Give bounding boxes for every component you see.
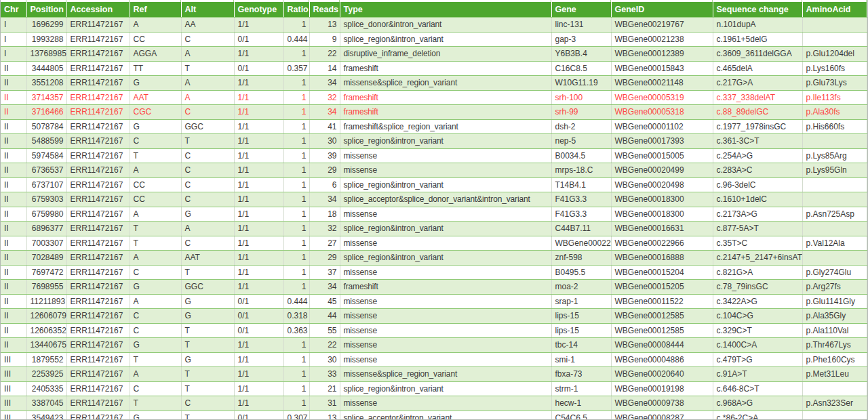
cell-chr[interactable]: II bbox=[1, 207, 26, 222]
cell-gene[interactable]: gap-3 bbox=[551, 32, 611, 47]
cell-type[interactable]: missense bbox=[340, 396, 551, 411]
cell-type[interactable]: splice_region&intron_variant bbox=[340, 177, 551, 192]
cell-seqchange[interactable]: c.91A>T bbox=[713, 367, 802, 382]
cell-aminoacid[interactable]: p.Lys95Gln bbox=[802, 163, 867, 178]
cell-ratio[interactable]: 1 bbox=[283, 236, 309, 251]
cell-gene[interactable]: C16C8.5 bbox=[551, 61, 611, 76]
cell-alt[interactable]: C bbox=[181, 396, 234, 411]
cell-position[interactable]: 1993288 bbox=[26, 32, 66, 47]
cell-position[interactable]: 12606079 bbox=[26, 309, 66, 324]
cell-ref[interactable]: TT bbox=[130, 61, 181, 76]
cell-genotype[interactable]: 0/1 bbox=[234, 411, 283, 420]
cell-alt[interactable]: G bbox=[181, 352, 234, 367]
cell-type[interactable]: missense bbox=[340, 294, 551, 309]
cell-aminoacid[interactable]: p.His660fs bbox=[802, 119, 867, 134]
cell-ratio[interactable]: 1 bbox=[283, 207, 309, 222]
cell-chr[interactable]: III bbox=[1, 367, 26, 382]
cell-seqchange[interactable]: c.35T>C bbox=[713, 236, 802, 251]
cell-alt[interactable]: T bbox=[181, 411, 234, 420]
cell-chr[interactable]: II bbox=[1, 323, 26, 338]
cell-geneid[interactable]: WBGene00016631 bbox=[611, 222, 713, 236]
cell-position[interactable]: 13768985 bbox=[26, 47, 66, 62]
cell-gene[interactable]: znf-598 bbox=[551, 251, 611, 266]
cell-aminoacid[interactable] bbox=[802, 381, 867, 396]
cell-seqchange[interactable]: c.217G>A bbox=[713, 76, 802, 91]
cell-alt[interactable]: C bbox=[181, 163, 234, 178]
cell-accession[interactable]: ERR11472167 bbox=[66, 105, 130, 120]
cell-alt[interactable]: AA bbox=[181, 18, 234, 33]
cell-gene[interactable]: lips-15 bbox=[551, 309, 611, 324]
cell-geneid[interactable]: WBGene00219767 bbox=[611, 18, 713, 33]
cell-gene[interactable]: linc-131 bbox=[551, 18, 611, 33]
cell-ref[interactable]: CC bbox=[130, 192, 181, 207]
cell-alt[interactable]: G bbox=[181, 294, 234, 309]
column-header-type[interactable]: Type bbox=[340, 2, 551, 18]
column-header-aminoacid[interactable]: AminoAcid bbox=[802, 2, 867, 18]
cell-chr[interactable]: II bbox=[1, 192, 26, 207]
cell-genotype[interactable]: 1/1 bbox=[234, 148, 283, 163]
cell-ratio[interactable]: 1 bbox=[283, 381, 309, 396]
cell-aminoacid[interactable]: p.Glu1141Gly bbox=[802, 294, 867, 309]
cell-geneid[interactable]: WBGene00017393 bbox=[611, 134, 713, 149]
cell-genotype[interactable]: 1/1 bbox=[234, 119, 283, 134]
cell-seqchange[interactable]: c.479T>G bbox=[713, 352, 802, 367]
cell-type[interactable]: splice_donor&intron_variant bbox=[340, 18, 551, 33]
cell-ref[interactable]: G bbox=[130, 119, 181, 134]
cell-alt[interactable]: C bbox=[181, 148, 234, 163]
cell-position[interactable]: 6737107 bbox=[26, 177, 66, 192]
cell-position[interactable]: 5078784 bbox=[26, 119, 66, 134]
cell-position[interactable]: 2405335 bbox=[26, 381, 66, 396]
cell-ref[interactable]: T bbox=[130, 396, 181, 411]
cell-reads[interactable]: 6 bbox=[309, 177, 340, 192]
cell-aminoacid[interactable]: p.Ala35Gly bbox=[802, 309, 867, 324]
cell-aminoacid[interactable] bbox=[802, 192, 867, 207]
cell-position[interactable]: 3387045 bbox=[26, 396, 66, 411]
cell-accession[interactable]: ERR11472167 bbox=[66, 352, 130, 367]
cell-gene[interactable]: tbc-14 bbox=[551, 338, 611, 353]
cell-type[interactable]: splice_region&intron_variant bbox=[340, 32, 551, 47]
cell-chr[interactable]: II bbox=[1, 222, 26, 236]
cell-genotype[interactable]: 1/1 bbox=[234, 280, 283, 295]
cell-alt[interactable]: C bbox=[181, 236, 234, 251]
cell-position[interactable]: 7698955 bbox=[26, 280, 66, 295]
cell-alt[interactable]: AAT bbox=[181, 251, 234, 266]
cell-reads[interactable]: 31 bbox=[309, 396, 340, 411]
cell-type[interactable]: missense&splice_region_variant bbox=[340, 76, 551, 91]
cell-ratio[interactable]: 0.357 bbox=[283, 61, 309, 76]
cell-aminoacid[interactable] bbox=[802, 32, 867, 47]
cell-genotype[interactable]: 1/1 bbox=[234, 163, 283, 178]
cell-reads[interactable]: 29 bbox=[309, 163, 340, 178]
cell-ratio[interactable]: 1 bbox=[283, 192, 309, 207]
column-header-geneid[interactable]: GeneID bbox=[611, 2, 713, 18]
cell-ratio[interactable]: 0.307 bbox=[283, 411, 309, 420]
cell-alt[interactable]: A bbox=[181, 47, 234, 62]
cell-geneid[interactable]: WBGene00005319 bbox=[611, 90, 713, 105]
cell-ref[interactable]: C bbox=[130, 134, 181, 149]
cell-ref[interactable]: C bbox=[130, 265, 181, 280]
cell-genotype[interactable]: 1/1 bbox=[234, 222, 283, 236]
cell-position[interactable]: 6896377 bbox=[26, 222, 66, 236]
cell-accession[interactable]: ERR11472167 bbox=[66, 192, 130, 207]
cell-aminoacid[interactable] bbox=[802, 134, 867, 149]
cell-gene[interactable]: W10G11.19 bbox=[551, 76, 611, 91]
cell-position[interactable]: 3551208 bbox=[26, 76, 66, 91]
cell-aminoacid[interactable]: p.Ala110Val bbox=[802, 323, 867, 338]
cell-reads[interactable]: 13 bbox=[309, 411, 340, 420]
cell-genotype[interactable]: 0/1 bbox=[234, 323, 283, 338]
cell-type[interactable]: frameshift bbox=[340, 280, 551, 295]
cell-type[interactable]: missense bbox=[340, 352, 551, 367]
cell-ref[interactable]: T bbox=[130, 222, 181, 236]
cell-alt[interactable]: T bbox=[181, 323, 234, 338]
cell-geneid[interactable]: WBGene00020499 bbox=[611, 163, 713, 178]
cell-seqchange[interactable]: c.104C>G bbox=[713, 309, 802, 324]
cell-geneid[interactable]: WBGene00016888 bbox=[611, 251, 713, 266]
cell-ratio[interactable]: 0.318 bbox=[283, 309, 309, 324]
cell-type[interactable]: frameshift bbox=[340, 90, 551, 105]
cell-gene[interactable]: WBGene00022966 bbox=[551, 236, 611, 251]
cell-seqchange[interactable]: n.101dupA bbox=[713, 18, 802, 33]
cell-reads[interactable]: 41 bbox=[309, 119, 340, 134]
cell-type[interactable]: missense bbox=[340, 323, 551, 338]
cell-chr[interactable]: II bbox=[1, 251, 26, 266]
cell-type[interactable]: missense bbox=[340, 236, 551, 251]
cell-ref[interactable]: CC bbox=[130, 32, 181, 47]
